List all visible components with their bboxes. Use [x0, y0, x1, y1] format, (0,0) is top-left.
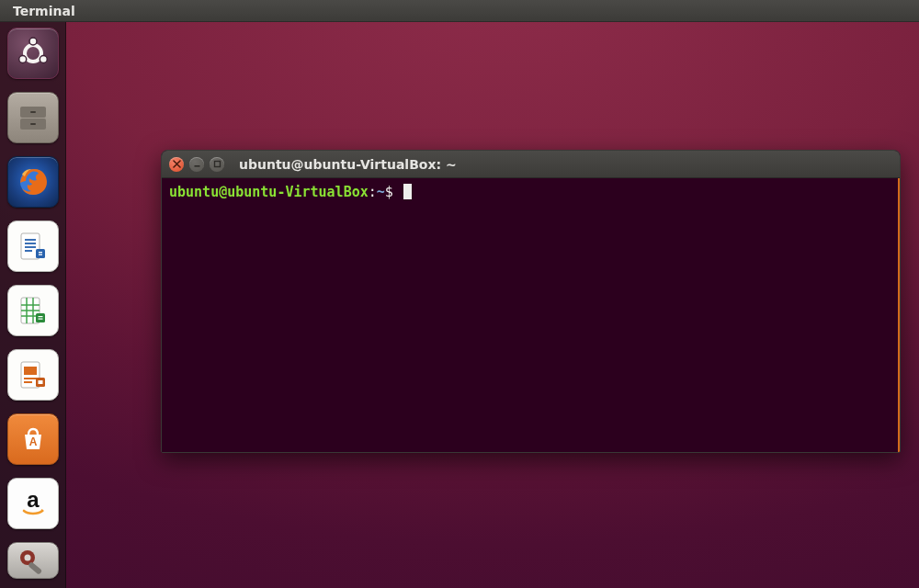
prompt-colon: : [369, 184, 377, 200]
impress-icon [16, 357, 51, 392]
minimize-icon [193, 160, 201, 168]
svg-text:A: A [29, 435, 38, 448]
prompt-user-host: ubuntu@ubuntu-VirtualBox [169, 184, 369, 200]
svg-rect-37 [194, 165, 199, 167]
svg-point-0 [25, 45, 41, 62]
launcher-firefox[interactable] [7, 156, 59, 208]
svg-text:a: a [27, 487, 40, 512]
ubuntu-logo-icon [15, 35, 51, 72]
svg-point-3 [40, 56, 47, 63]
desktop: Terminal [0, 0, 919, 588]
svg-point-1 [29, 38, 37, 45]
maximize-icon [213, 160, 221, 168]
svg-rect-36 [28, 561, 42, 575]
prompt-path: ~ [377, 184, 385, 200]
svg-rect-24 [39, 316, 43, 317]
minimize-button[interactable] [189, 157, 204, 172]
amazon-icon: a [15, 485, 51, 522]
svg-rect-28 [24, 378, 37, 379]
svg-rect-10 [25, 239, 36, 241]
svg-point-2 [19, 56, 27, 63]
writer-icon [16, 229, 51, 264]
svg-rect-27 [24, 367, 37, 375]
launcher-calc[interactable] [7, 285, 59, 336]
svg-rect-25 [39, 319, 43, 320]
svg-rect-16 [39, 254, 42, 255]
terminal-titlebar[interactable]: ubuntu@ubuntu-VirtualBox: ~ [162, 151, 900, 178]
svg-rect-13 [25, 250, 32, 252]
shopping-bag-icon: A [17, 424, 49, 455]
svg-rect-31 [39, 380, 43, 384]
svg-rect-15 [39, 252, 42, 253]
svg-rect-38 [214, 162, 220, 167]
launcher-software[interactable]: A [7, 413, 59, 465]
svg-rect-11 [25, 243, 36, 244]
svg-rect-14 [36, 249, 45, 258]
launcher-dash[interactable] [7, 28, 59, 79]
close-icon [173, 160, 181, 168]
svg-rect-12 [25, 246, 36, 248]
launcher-dock: A a [0, 22, 66, 588]
window-title: ubuntu@ubuntu-VirtualBox: ~ [239, 157, 457, 172]
active-app-title: Terminal [13, 4, 75, 18]
launcher-writer[interactable] [7, 220, 59, 272]
svg-rect-23 [36, 313, 45, 322]
terminal-cursor [403, 184, 412, 199]
svg-point-35 [25, 555, 31, 561]
prompt-symbol: $ [385, 184, 393, 200]
svg-rect-7 [30, 123, 36, 125]
launcher-impress[interactable] [7, 349, 59, 401]
wrench-gear-icon [15, 545, 51, 579]
file-manager-icon [15, 99, 51, 136]
maximize-button[interactable] [210, 157, 224, 172]
top-menubar[interactable]: Terminal [0, 0, 919, 22]
launcher-amazon[interactable]: a [7, 478, 59, 529]
svg-rect-6 [30, 111, 36, 113]
terminal-window[interactable]: ubuntu@ubuntu-VirtualBox: ~ ubuntu@ubunt… [161, 150, 901, 453]
close-button[interactable] [169, 157, 184, 172]
firefox-icon [14, 163, 52, 201]
svg-rect-29 [24, 381, 32, 383]
terminal-body[interactable]: ubuntu@ubuntu-VirtualBox:~$ [162, 178, 900, 452]
launcher-settings[interactable] [7, 542, 59, 579]
calc-icon [16, 293, 51, 328]
launcher-files[interactable] [7, 92, 59, 143]
